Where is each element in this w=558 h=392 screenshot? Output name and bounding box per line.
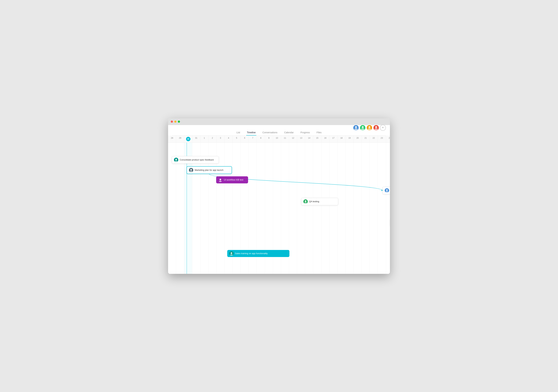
timeline-body: Consolidate product spec feedback Market… bbox=[168, 143, 390, 274]
svg-point-6 bbox=[375, 126, 377, 128]
svg-point-12 bbox=[175, 159, 177, 160]
task-avatar bbox=[174, 158, 178, 162]
task-avatar bbox=[189, 168, 193, 172]
avatar-user-4[interactable] bbox=[373, 125, 379, 131]
svg-point-4 bbox=[368, 126, 370, 128]
svg-point-1 bbox=[354, 128, 358, 131]
task-label: Marketing plan for app launch bbox=[195, 169, 223, 171]
date-col-12: 12 bbox=[289, 135, 297, 143]
svg-point-0 bbox=[355, 126, 357, 128]
date-col-5: 5 bbox=[233, 135, 241, 143]
date-col-31: 31 bbox=[192, 135, 200, 143]
close-button[interactable] bbox=[171, 121, 173, 123]
svg-point-21 bbox=[385, 191, 388, 193]
date-col-14: 14 bbox=[305, 135, 313, 143]
date-col-7: 7 bbox=[249, 135, 257, 143]
task-t7[interactable]: QA testing bbox=[301, 198, 338, 205]
date-col-18: 18 bbox=[338, 135, 346, 143]
svg-point-2 bbox=[362, 126, 364, 128]
date-col-10: 10 bbox=[273, 135, 281, 143]
svg-point-15 bbox=[190, 171, 192, 172]
task-avatar bbox=[385, 188, 389, 193]
date-col-20: 20 bbox=[354, 135, 362, 143]
date-col-4: 4 bbox=[225, 135, 233, 143]
date-col-6: 6 bbox=[241, 135, 249, 143]
tab-calendar[interactable]: Calendar bbox=[284, 130, 295, 135]
task-t3[interactable]: UI workflow A/B test bbox=[216, 176, 248, 183]
task-avatar bbox=[218, 178, 223, 182]
date-col-29: 29 bbox=[176, 135, 184, 143]
svg-point-25 bbox=[304, 202, 307, 204]
task-t5[interactable]: PR plan for app launch bbox=[383, 187, 390, 194]
tab-conversations[interactable]: Conversations bbox=[262, 130, 278, 135]
task-t12[interactable]: Sales training on app functionality bbox=[227, 250, 289, 257]
date-col-24: 24 bbox=[386, 135, 390, 143]
date-col-28: 28 bbox=[168, 135, 176, 143]
header: + List Timeline Conversations Calendar P… bbox=[168, 125, 390, 135]
timeline-header: 2829303112345678910111213141516171819202… bbox=[168, 135, 390, 143]
svg-point-24 bbox=[305, 200, 306, 202]
date-col-2: 2 bbox=[209, 135, 217, 143]
svg-point-17 bbox=[219, 181, 222, 182]
date-col-16: 16 bbox=[321, 135, 329, 143]
add-member-button[interactable]: + bbox=[380, 125, 386, 131]
maximize-button[interactable] bbox=[178, 121, 180, 123]
svg-point-13 bbox=[175, 161, 177, 162]
date-col-13: 13 bbox=[297, 135, 305, 143]
date-col-21: 21 bbox=[362, 135, 370, 143]
svg-point-35 bbox=[230, 254, 233, 256]
svg-point-7 bbox=[375, 128, 378, 131]
date-col-1: 1 bbox=[200, 135, 209, 143]
user-avatars: + bbox=[353, 125, 386, 131]
date-col-30: 30 bbox=[184, 135, 192, 143]
date-col-9: 9 bbox=[265, 135, 273, 143]
svg-point-14 bbox=[190, 169, 192, 171]
task-t1[interactable]: Consolidate product spec feedback bbox=[172, 156, 219, 164]
svg-point-16 bbox=[219, 179, 221, 180]
svg-point-3 bbox=[361, 128, 364, 131]
timeline-container: 2829303112345678910111213141516171819202… bbox=[168, 135, 390, 274]
date-col-11: 11 bbox=[281, 135, 289, 143]
app-window: + List Timeline Conversations Calendar P… bbox=[168, 118, 390, 274]
minimize-button[interactable] bbox=[174, 121, 176, 123]
svg-point-20 bbox=[386, 189, 388, 191]
date-col-3: 3 bbox=[217, 135, 225, 143]
avatar-user-1[interactable] bbox=[353, 125, 359, 131]
date-col-23: 23 bbox=[378, 135, 386, 143]
task-label: Consolidate product spec feedback bbox=[180, 158, 214, 161]
tab-files[interactable]: Files bbox=[316, 130, 322, 135]
task-label: QA testing bbox=[309, 200, 319, 203]
avatar-user-2[interactable] bbox=[360, 125, 366, 131]
avatar-user-3[interactable] bbox=[366, 125, 373, 131]
tab-timeline[interactable]: Timeline bbox=[246, 130, 256, 135]
date-col-8: 8 bbox=[257, 135, 265, 143]
task-label: UI workflow A/B test bbox=[224, 179, 243, 181]
svg-point-5 bbox=[368, 128, 371, 131]
svg-point-34 bbox=[231, 252, 232, 254]
task-t2[interactable]: Marketing plan for app launch bbox=[187, 166, 232, 174]
date-col-19: 19 bbox=[346, 135, 354, 143]
titlebar bbox=[168, 118, 390, 125]
date-col-15: 15 bbox=[313, 135, 321, 143]
date-col-17: 17 bbox=[329, 135, 338, 143]
task-label: Sales training on app functionality bbox=[235, 252, 268, 255]
task-avatar bbox=[303, 199, 308, 204]
date-col-22: 22 bbox=[370, 135, 378, 143]
task-avatar bbox=[229, 251, 234, 256]
tab-progress[interactable]: Progress bbox=[300, 130, 310, 135]
tab-list[interactable]: List bbox=[236, 130, 241, 135]
